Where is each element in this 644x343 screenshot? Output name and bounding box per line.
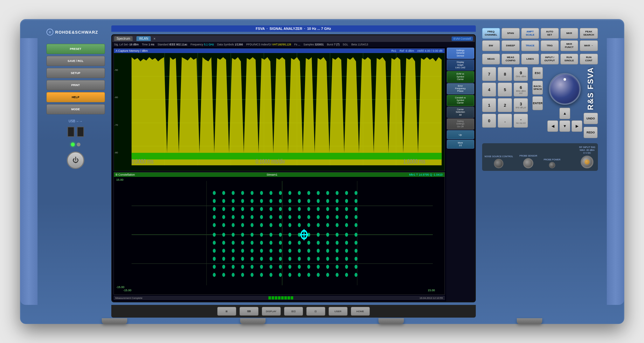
peak-search-button[interactable]: PEAK SEARCH	[580, 28, 598, 39]
noise-source-port[interactable]	[494, 159, 503, 168]
knob-area: ▲ ◀ ▼ ▶ R&S FSVA UNDO REDO	[547, 67, 598, 138]
softkey-evm[interactable]: EVM vs Symbol Carrier	[447, 71, 474, 82]
softkey-gating[interactable]: Gating Settings On Off	[447, 118, 474, 130]
auto-set-button[interactable]: AUTO SET	[541, 28, 559, 39]
key-hz[interactable]: - Hz ms nV	[514, 114, 528, 128]
svg-point-38	[345, 191, 348, 195]
svg-point-90	[232, 223, 234, 227]
mode-button[interactable]: MODE	[46, 104, 105, 114]
key-6-mhz[interactable]: 6 MHz dBm mV	[514, 83, 528, 97]
svg-point-196	[326, 273, 329, 277]
run-cont-button[interactable]: RUN CONT	[580, 54, 598, 64]
evm-constell-label[interactable]: EVM Constell	[452, 37, 473, 41]
svg-point-84	[326, 215, 329, 219]
setup-button[interactable]: SETUP	[46, 68, 105, 78]
key-3-khz[interactable]: 3 kHz dB μV	[514, 98, 528, 112]
key-1[interactable]: 1	[482, 98, 496, 112]
softkey-up[interactable]: Up	[447, 130, 474, 139]
softkey-carrier[interactable]: Carrier Selection All	[447, 107, 474, 118]
print-button[interactable]: PRINT	[46, 80, 105, 90]
display-button[interactable]: DISPLAY	[262, 307, 281, 316]
tab-close-icon[interactable]: ✕	[153, 37, 156, 40]
mkr-arrow-button[interactable]: MKR →	[580, 40, 598, 51]
key-5[interactable]: 5	[498, 83, 512, 97]
power-button[interactable]: ⏻	[67, 151, 84, 169]
lines-button[interactable]: LINES	[521, 54, 539, 64]
svg-point-141	[260, 249, 263, 253]
trig-button[interactable]: TRIG	[541, 40, 559, 51]
key-0[interactable]: 0	[482, 114, 496, 128]
meas-config-button[interactable]: MEAS CONFIG	[502, 54, 520, 64]
home-button[interactable]: HOME	[351, 307, 370, 316]
svg-point-54	[345, 199, 348, 203]
svg-point-133	[336, 240, 338, 245]
trace-button[interactable]: TRACE	[521, 40, 539, 51]
brand-logo: ® ROHDE&SCHWARZ	[46, 29, 98, 36]
run-single-button[interactable]: RUN SINGLE	[560, 54, 578, 64]
svg-point-74	[232, 215, 234, 219]
window-button[interactable]: ⊡	[306, 307, 325, 316]
user-button[interactable]: USER	[329, 307, 348, 316]
rf-center-pin	[585, 159, 590, 165]
sweep-button[interactable]: SWEEP	[502, 40, 520, 51]
softkey-display[interactable]: Display Graph List1 List2	[447, 59, 474, 71]
svg-point-157	[260, 257, 263, 261]
backspace-button[interactable]: BACK- SPACE	[532, 81, 543, 95]
svg-point-82	[307, 215, 310, 219]
svg-point-116	[326, 232, 329, 237]
probe-power-port[interactable]	[549, 162, 555, 168]
usb-port-1[interactable]	[67, 127, 74, 137]
preset-button[interactable]: PRESET	[46, 44, 105, 54]
esc-button[interactable]: ESC	[532, 67, 543, 79]
arrow-down-button[interactable]: ▼	[559, 120, 570, 132]
svg-point-59	[241, 207, 244, 211]
svg-point-100	[326, 223, 329, 227]
key-2[interactable]: 2	[498, 98, 512, 112]
mkr-funct-button[interactable]: MKR FUNCT	[560, 40, 578, 51]
split-button[interactable]: ⊟⊡	[284, 307, 303, 316]
keyboard-button[interactable]: ⌨	[239, 307, 259, 316]
softkey-settings[interactable]: Settings General Demod	[447, 48, 474, 59]
arrow-up-button[interactable]: ▲	[559, 108, 570, 119]
help-button[interactable]: HELP	[46, 92, 105, 102]
svg-point-139	[241, 249, 244, 253]
key-8[interactable]: 8	[498, 67, 512, 81]
svg-point-76	[250, 215, 253, 219]
tab-spectrum[interactable]: Spectrum	[114, 36, 133, 41]
softkey-error[interactable]: Error Frequency Phase	[447, 83, 474, 94]
svg-point-107	[241, 232, 244, 237]
redo-button[interactable]: REDO	[584, 127, 598, 138]
arrow-left-button[interactable]: ◀	[547, 120, 558, 132]
input-output-button[interactable]: INPUT / OUTPUT	[541, 54, 559, 64]
rotary-knob[interactable]	[549, 73, 581, 105]
key-9-ghz[interactable]: 9 GHz -dBm	[514, 67, 528, 81]
svg-point-145	[298, 249, 301, 253]
key-4[interactable]: 4	[482, 83, 496, 97]
key-7[interactable]: 7	[482, 67, 496, 81]
arrow-right-button[interactable]: ▶	[571, 120, 582, 132]
svg-point-137	[222, 249, 225, 253]
softkey-more[interactable]: More 1/2	[447, 140, 474, 149]
key-dot[interactable]: .	[498, 114, 512, 128]
svg-text:0.1000 ms/div: 0.1000 ms/div	[255, 158, 285, 165]
rf-input-port[interactable]	[581, 156, 593, 168]
tab-wlan[interactable]: WLAN	[136, 36, 151, 41]
probe-sensor-port[interactable]	[523, 158, 533, 168]
windows-button[interactable]: ⊞	[217, 307, 236, 316]
enter-button[interactable]: ENTER	[532, 96, 543, 110]
svg-point-122	[232, 240, 234, 245]
freq-channel-button[interactable]: FREQ CHANNEL	[482, 28, 500, 39]
span-button[interactable]: SPAN	[502, 28, 520, 39]
bw-button[interactable]: BW	[482, 40, 500, 51]
svg-point-164	[326, 257, 329, 261]
mkr-button[interactable]: MKR	[560, 28, 578, 39]
undo-button[interactable]: UNDO	[584, 113, 598, 124]
ampt-scale-button[interactable]: AMPT SCALE	[521, 28, 539, 39]
save-rcl-button[interactable]: SAVE / RCL	[46, 56, 105, 66]
softkey-constell[interactable]: Constell vs Symbol Carrier	[447, 95, 474, 106]
foot-3	[378, 318, 404, 324]
svg-point-168	[213, 265, 216, 269]
meas-button[interactable]: MEAS	[482, 54, 500, 64]
usb-port-2[interactable]	[77, 127, 84, 137]
svg-point-193	[298, 273, 301, 277]
